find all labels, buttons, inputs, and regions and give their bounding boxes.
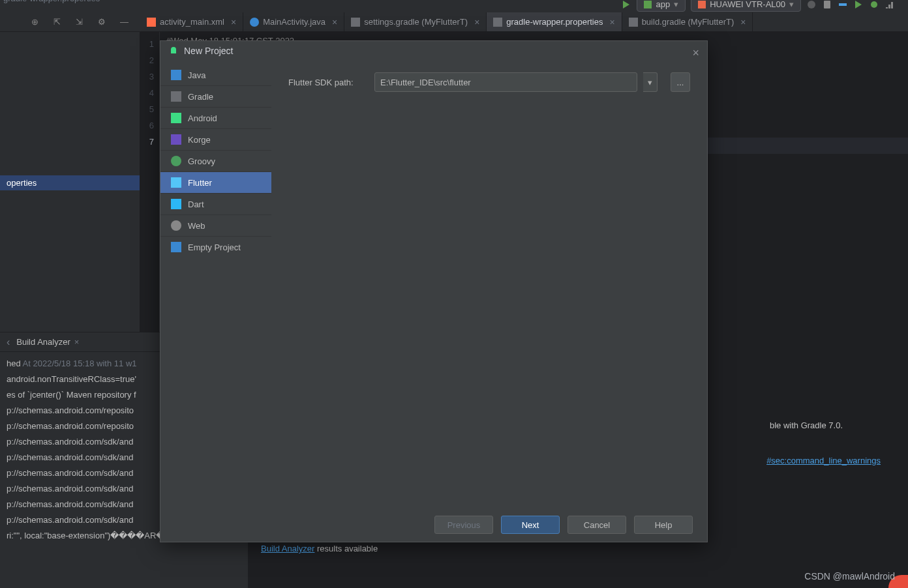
- new-project-dialog: New Project × JavaGradleAndroidKorgeGroo…: [160, 40, 708, 542]
- file-icon: [493, 18, 502, 27]
- run-green-icon[interactable]: [853, 0, 864, 10]
- profile-icon[interactable]: [885, 0, 895, 10]
- editor-tab-0[interactable]: activity_main.xml×: [140, 12, 243, 31]
- type-icon: [171, 177, 181, 188]
- type-icon: [171, 242, 181, 252]
- watermark: CSDN @mawlAndroid: [804, 571, 895, 581]
- type-label: Dart: [188, 199, 204, 209]
- browse-button[interactable]: ...: [671, 72, 690, 92]
- app-icon: [644, 1, 652, 8]
- type-label: Gradle: [188, 92, 213, 102]
- device-dropdown[interactable]: HUAWEI VTR-AL00▾: [691, 0, 801, 12]
- close-icon[interactable]: ×: [74, 337, 80, 347]
- sdk-path-label: Flutter SDK path:: [288, 78, 367, 87]
- line-number: 6: [140, 117, 154, 134]
- next-button[interactable]: Next: [501, 516, 560, 534]
- dialog-close-icon[interactable]: ×: [692, 46, 699, 60]
- line-number: 2: [140, 52, 154, 68]
- debug-icon[interactable]: [869, 0, 879, 10]
- type-icon: [171, 70, 181, 80]
- dialog-content: Flutter SDK path: E:\Flutter_IDE\src\flu…: [271, 61, 707, 509]
- build-analyzer-line: Build Analyzer results available: [261, 540, 895, 557]
- type-label: Web: [188, 221, 205, 231]
- file-icon: [250, 18, 259, 27]
- editor-tab-3[interactable]: gradle-wrapper.properties×: [487, 12, 622, 31]
- editor-tab-4[interactable]: build.gradle (MyFlutterT)×: [622, 12, 753, 31]
- project-type-korge[interactable]: Korge: [160, 129, 271, 151]
- dialog-footer: Previous Next Cancel Help: [160, 509, 707, 542]
- previous-button[interactable]: Previous: [434, 516, 493, 534]
- type-label: Groovy: [188, 156, 215, 166]
- type-icon: [171, 156, 181, 166]
- line-number: 7: [140, 134, 154, 150]
- project-type-flutter[interactable]: Flutter: [160, 172, 271, 194]
- project-type-groovy[interactable]: Groovy: [160, 151, 271, 172]
- app-label: app: [656, 0, 670, 9]
- tab-label: gradle-wrapper.properties: [506, 17, 603, 27]
- svg-rect-1: [839, 3, 847, 6]
- type-label: Flutter: [188, 178, 212, 188]
- editor-tab-2[interactable]: settings.gradle (MyFlutterT)×: [344, 12, 487, 31]
- tab-close-icon[interactable]: ×: [474, 17, 479, 27]
- type-icon: [171, 91, 181, 102]
- project-type-web[interactable]: Web: [160, 215, 271, 237]
- tab-label: settings.gradle (MyFlutterT): [364, 17, 468, 27]
- type-label: Korge: [188, 135, 211, 145]
- collapse-icon[interactable]: ⇲: [76, 17, 86, 27]
- line-number: 4: [140, 85, 154, 101]
- device-icon: [698, 1, 706, 8]
- type-icon: [171, 113, 181, 123]
- top-toolbar: app▾ HUAWEI VTR-AL00▾: [621, 0, 895, 12]
- android-icon: [168, 46, 179, 56]
- tab-label: MainActivity.java: [263, 17, 325, 27]
- type-label: Java: [188, 70, 205, 80]
- run-icon[interactable]: [621, 0, 631, 10]
- type-icon: [171, 199, 181, 209]
- close-panel-icon[interactable]: ‹: [7, 336, 10, 348]
- target-icon[interactable]: ⊕: [31, 17, 42, 27]
- line-number: 1: [140, 36, 154, 52]
- sdk-icon[interactable]: [838, 0, 848, 10]
- tab-label: Build Analyzer: [16, 337, 70, 347]
- project-type-empty-project[interactable]: Empty Project: [160, 237, 271, 257]
- sdk-path-row: Flutter SDK path: E:\Flutter_IDE\src\flu…: [288, 72, 690, 92]
- run-config-dropdown[interactable]: app▾: [637, 0, 686, 12]
- warnings-link[interactable]: #sec:command_line_warnings: [766, 456, 881, 465]
- project-type-android[interactable]: Android: [160, 108, 271, 129]
- dialog-body: JavaGradleAndroidKorgeGroovyFlutterDartW…: [160, 61, 707, 509]
- sdk-path-dropdown[interactable]: ▾: [643, 72, 658, 92]
- hide-icon[interactable]: —: [120, 17, 130, 27]
- build-analyzer-link[interactable]: Build Analyzer: [261, 544, 314, 553]
- project-type-java[interactable]: Java: [160, 65, 271, 86]
- avd-icon[interactable]: [822, 0, 832, 10]
- sdk-path-input[interactable]: E:\Flutter_IDE\src\flutter: [374, 72, 637, 92]
- sidebar-item-properties[interactable]: operties: [0, 175, 140, 190]
- project-tools: ⊕ ⇱ ⇲ ⚙ —: [0, 12, 140, 31]
- line-number: 3: [140, 68, 154, 85]
- project-type-list: JavaGradleAndroidKorgeGroovyFlutterDartW…: [160, 61, 271, 509]
- text-tail: results available: [314, 544, 378, 553]
- svg-rect-0: [824, 1, 830, 8]
- tab-close-icon[interactable]: ×: [332, 17, 337, 27]
- help-button[interactable]: Help: [634, 516, 693, 534]
- tab-close-icon[interactable]: ×: [740, 17, 746, 27]
- file-icon: [351, 18, 360, 27]
- tab-close-icon[interactable]: ×: [609, 17, 614, 27]
- project-sidebar: operties: [0, 32, 140, 332]
- device-label: HUAWEI VTR-AL00: [710, 0, 785, 9]
- type-icon: [171, 134, 181, 145]
- tab-close-icon[interactable]: ×: [231, 17, 236, 27]
- build-analyzer-tab[interactable]: Build Analyzer×: [16, 337, 79, 347]
- project-type-dart[interactable]: Dart: [160, 194, 271, 215]
- type-icon: [171, 220, 181, 231]
- editor-tab-1[interactable]: MainActivity.java×: [243, 12, 344, 31]
- file-icon: [147, 18, 156, 27]
- expand-icon[interactable]: ⇱: [53, 17, 64, 27]
- project-type-gradle[interactable]: Gradle: [160, 86, 271, 108]
- line-gutter: 1234567: [140, 32, 160, 332]
- gear-icon[interactable]: ⚙: [98, 17, 108, 27]
- sync-icon[interactable]: [806, 0, 817, 10]
- tab-label: activity_main.xml: [160, 17, 224, 27]
- cancel-button[interactable]: Cancel: [568, 516, 626, 534]
- file-icon: [629, 18, 638, 27]
